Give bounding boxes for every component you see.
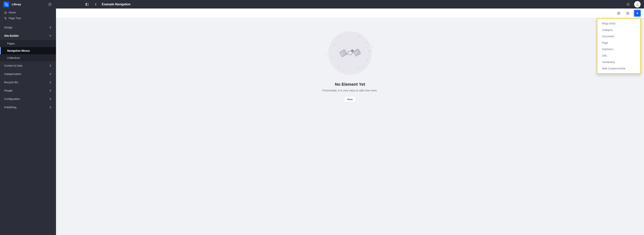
- sparkle-icon: +: [366, 58, 368, 61]
- page-title: Example Navigation: [102, 3, 130, 6]
- svg-rect-0: [5, 3, 5, 3]
- sparkle-icon: +: [372, 45, 373, 48]
- svg-point-22: [629, 4, 630, 4]
- sparkle-icon: +: [332, 56, 333, 60]
- empty-subtitle: Fortunately, it is very easy to add new …: [322, 89, 378, 92]
- main: + + + + + + + + + + + + No Element Yet F…: [56, 8, 644, 235]
- sidebar: Home Page Tree Design Site Builder Pages…: [0, 8, 56, 235]
- svg-rect-7: [5, 4, 5, 5]
- sidebar-item-collections[interactable]: Collections: [0, 54, 56, 62]
- dropdown-item-document[interactable]: Document: [598, 33, 640, 40]
- svg-rect-9: [6, 4, 7, 5]
- new-button[interactable]: New: [344, 96, 356, 102]
- sidebar-home[interactable]: Home: [0, 10, 56, 15]
- sidebar-group-publishing[interactable]: Publishing: [0, 103, 56, 112]
- sidebar-item-navigation-menus-label: Navigation Menus: [7, 49, 30, 52]
- svg-rect-1: [6, 3, 6, 3]
- panel-icon: [85, 3, 89, 6]
- chevron-right-icon: [49, 72, 52, 76]
- sparkle-icon: +: [334, 43, 335, 46]
- empty-state: + + + + + + + + + + + + No Element Yet F…: [322, 31, 378, 102]
- chevron-down-icon: [49, 34, 52, 37]
- sidebar-page-tree-label: Page Tree: [9, 17, 21, 20]
- svg-rect-27: [4, 17, 5, 18]
- sidebar-group-configuration-label: Configuration: [4, 98, 20, 100]
- dropdown-item-vocabulary[interactable]: Vocabulary: [598, 59, 640, 65]
- sidebar-item-pages[interactable]: Pages: [0, 40, 56, 47]
- brand-name[interactable]: Liferay: [12, 3, 21, 6]
- svg-point-23: [627, 5, 627, 6]
- sidebar-group-content-data[interactable]: Content & Data: [0, 62, 56, 70]
- satellite-icon: [339, 42, 361, 64]
- plus-icon: [636, 12, 639, 15]
- sidebar-group-site-builder[interactable]: Site Builder: [0, 32, 56, 40]
- svg-point-26: [637, 3, 638, 4]
- sidebar-group-categorization-label: Categorization: [4, 72, 21, 76]
- svg-point-25: [629, 5, 630, 6]
- preview-button[interactable]: [616, 10, 621, 16]
- sidebar-group-design[interactable]: Design: [0, 23, 56, 32]
- user-icon: [636, 2, 639, 6]
- brand-box: Liferay: [0, 2, 56, 7]
- compass-button[interactable]: [47, 2, 52, 7]
- chevron-right-icon: [49, 64, 52, 67]
- svg-rect-29: [6, 19, 6, 19]
- sidebar-group-categorization[interactable]: Categorization: [0, 70, 56, 78]
- sparkle-icon: +: [346, 46, 347, 50]
- sparkle-icon: +: [338, 65, 340, 68]
- svg-rect-10: [8, 4, 8, 5]
- sparkle-icon: +: [365, 41, 367, 44]
- svg-rect-6: [8, 4, 8, 4]
- dropdown-item-category[interactable]: Category: [598, 27, 640, 33]
- chevron-right-icon: [49, 26, 52, 29]
- empty-title: No Element Yet: [335, 82, 365, 87]
- dropdown-item-page[interactable]: Page: [598, 40, 640, 46]
- dropdown-item-blogs-entry[interactable]: Blogs Entry: [598, 20, 640, 27]
- svg-rect-28: [6, 18, 6, 18]
- svg-rect-13: [8, 6, 8, 6]
- svg-rect-3: [5, 4, 5, 4]
- sidebar-group-recycle-bin[interactable]: Recycle Bin: [0, 78, 56, 86]
- brand-logo[interactable]: [4, 2, 9, 7]
- liferay-logo-icon: [4, 2, 8, 6]
- empty-illustration: + + + + + + + + + + + +: [328, 31, 372, 75]
- sidebar-item-pages-label: Pages: [7, 42, 15, 45]
- svg-point-19: [629, 3, 630, 4]
- svg-point-20: [627, 4, 627, 4]
- svg-rect-11: [6, 6, 6, 6]
- sidebar-page-tree[interactable]: Page Tree: [0, 15, 56, 21]
- chevron-right-icon: [49, 81, 52, 84]
- add-dropdown: Blogs Entry Category Document Page Subme…: [597, 18, 641, 74]
- sidebar-group-configuration[interactable]: Configuration: [0, 95, 56, 103]
- apps-grid-icon: [626, 3, 630, 6]
- panel-toggle-button[interactable]: [84, 2, 90, 7]
- svg-rect-16: [86, 3, 87, 6]
- back-button[interactable]: [93, 2, 98, 7]
- sidebar-home-label: Home: [9, 11, 16, 14]
- chevron-right-icon: [49, 98, 52, 100]
- home-icon: [4, 11, 7, 14]
- svg-point-18: [628, 3, 628, 4]
- sparkle-icon: +: [339, 36, 340, 38]
- user-avatar[interactable]: [634, 1, 640, 8]
- sparkle-icon: +: [359, 35, 360, 38]
- svg-point-21: [628, 4, 628, 4]
- settings-button[interactable]: [625, 10, 630, 16]
- svg-point-30: [618, 13, 619, 14]
- sidebar-group-people-label: People: [4, 89, 12, 92]
- compass-icon: [48, 3, 52, 6]
- svg-point-17: [627, 3, 627, 4]
- sidebar-item-navigation-menus[interactable]: Navigation Menus: [0, 47, 56, 54]
- toolbar: [56, 8, 644, 18]
- sidebar-group-design-label: Design: [4, 26, 12, 29]
- sidebar-item-collections-label: Collections: [7, 56, 20, 60]
- page-tree-icon: [4, 17, 7, 20]
- topbar-center: Example Navigation: [56, 2, 130, 7]
- svg-point-40: [351, 50, 354, 52]
- apps-button[interactable]: [626, 2, 631, 7]
- dropdown-item-url[interactable]: URL: [598, 52, 640, 59]
- add-button[interactable]: [634, 10, 640, 16]
- sidebar-group-people[interactable]: People: [0, 86, 56, 95]
- dropdown-item-submenu[interactable]: Submenu: [598, 46, 640, 52]
- dropdown-item-web-content-article[interactable]: Web Content Article: [598, 65, 640, 72]
